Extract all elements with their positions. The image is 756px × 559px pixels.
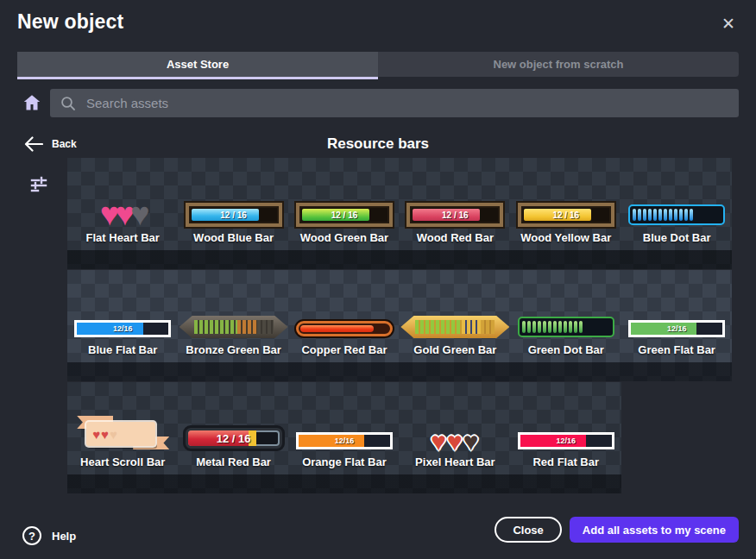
asset-name: Pixel Heart Bar	[415, 455, 495, 468]
asset-sprite: 12/16	[296, 403, 393, 453]
search-input[interactable]	[85, 95, 739, 111]
asset-card-blue-flat-bar[interactable]: 12/16Blue Flat Bar	[67, 270, 178, 362]
asset-name: Gold Green Bar	[413, 343, 496, 356]
help-label: Help	[52, 530, 76, 543]
asset-name: Wood Blue Bar	[193, 231, 274, 244]
asset-card-blue-dot-bar[interactable]: Blue Dot Bar	[621, 158, 732, 250]
asset-card-green-flat-bar[interactable]: 12/16Green Flat Bar	[621, 270, 732, 362]
search-bar	[50, 89, 739, 117]
section-title: Resource bars	[0, 135, 756, 153]
asset-card-bronze-green-bar[interactable]: Bronze Green Bar	[178, 270, 288, 362]
asset-sprite	[180, 291, 288, 341]
help-button[interactable]: ? Help	[22, 526, 76, 545]
tab-asset-store[interactable]: Asset Store	[17, 52, 378, 77]
asset-card-wood-blue-bar[interactable]: 12 / 16Wood Blue Bar	[178, 158, 288, 250]
asset-grid: ♥♥♥Flat Heart Bar12 / 16Wood Blue Bar12 …	[67, 158, 732, 493]
asset-row: ♥♥♥Flat Heart Bar12 / 16Wood Blue Bar12 …	[67, 158, 732, 269]
asset-row: 12/16Blue Flat BarBronze Green BarCopper…	[67, 270, 732, 381]
asset-card-green-dot-bar[interactable]: Green Dot Bar	[511, 270, 621, 362]
asset-card-red-flat-bar[interactable]: 12/16Red Flat Bar	[511, 382, 621, 474]
add-all-button[interactable]: Add all assets to my scene	[570, 517, 739, 543]
asset-sprite	[628, 179, 725, 229]
home-icon[interactable]	[21, 92, 43, 115]
asset-sprite: 12 / 16	[406, 179, 503, 229]
band-shadow-strip	[67, 250, 732, 269]
asset-card-flat-heart-bar[interactable]: ♥♥♥Flat Heart Bar	[67, 158, 178, 250]
search-icon	[60, 96, 76, 111]
asset-name: Wood Green Bar	[300, 231, 388, 244]
asset-sprite: 12/16	[518, 403, 614, 453]
asset-sprite	[518, 291, 614, 341]
tab-new-object-from-scratch[interactable]: New object from scratch	[378, 52, 739, 77]
asset-row: ♥♥♥Heart Scroll Bar12 / 16Metal Red Bar1…	[67, 382, 621, 493]
asset-name: Blue Dot Bar	[643, 231, 711, 244]
asset-sprite: ♥♥♥	[431, 403, 479, 453]
close-icon[interactable]: ✕	[716, 12, 740, 36]
asset-sprite: 12 / 16	[186, 179, 282, 229]
help-icon: ?	[22, 526, 41, 545]
close-button[interactable]: Close	[495, 517, 561, 543]
asset-name: Blue Flat Bar	[88, 343, 157, 356]
asset-sprite: ♥♥♥	[100, 179, 146, 229]
asset-name: Wood Red Bar	[417, 231, 494, 244]
filter-icon[interactable]	[27, 173, 51, 198]
band-shadow-strip	[67, 362, 732, 381]
asset-sprite: ♥♥♥	[79, 403, 166, 453]
asset-name: Green Flat Bar	[638, 343, 715, 356]
asset-card-pixel-heart-bar[interactable]: ♥♥♥Pixel Heart Bar	[400, 382, 510, 474]
asset-sprite	[400, 291, 509, 341]
asset-sprite: 12 / 16	[518, 179, 614, 229]
asset-card-wood-yellow-bar[interactable]: 12 / 16Wood Yellow Bar	[511, 158, 621, 250]
asset-name: Green Dot Bar	[528, 343, 604, 356]
asset-name: Red Flat Bar	[532, 455, 599, 468]
asset-name: Orange Flat Bar	[302, 455, 387, 468]
asset-name: Heart Scroll Bar	[80, 455, 165, 468]
asset-sprite: 12/16	[628, 291, 725, 341]
asset-card-orange-flat-bar[interactable]: 12/16Orange Flat Bar	[289, 382, 400, 474]
tab-bar: Asset Store New object from scratch	[17, 52, 739, 77]
asset-card-wood-red-bar[interactable]: 12 / 16Wood Red Bar	[400, 158, 510, 250]
footer-actions: Close Add all assets to my scene	[495, 517, 739, 543]
asset-name: Metal Red Bar	[196, 455, 271, 468]
asset-name: Copper Red Bar	[301, 343, 387, 356]
asset-sprite: 12 / 16	[296, 179, 393, 229]
band-shadow-strip	[67, 474, 621, 493]
asset-card-metal-red-bar[interactable]: 12 / 16Metal Red Bar	[178, 382, 288, 474]
dialog-title: New object	[17, 10, 123, 34]
asset-card-wood-green-bar[interactable]: 12 / 16Wood Green Bar	[289, 158, 400, 250]
asset-sprite: 12/16	[74, 291, 171, 341]
asset-sprite	[296, 291, 393, 341]
asset-name: Flat Heart Bar	[86, 231, 160, 244]
asset-name: Wood Yellow Bar	[520, 231, 611, 244]
asset-card-heart-scroll-bar[interactable]: ♥♥♥Heart Scroll Bar	[67, 382, 178, 474]
asset-card-copper-red-bar[interactable]: Copper Red Bar	[289, 270, 400, 362]
asset-sprite: 12 / 16	[183, 403, 285, 453]
asset-name: Bronze Green Bar	[186, 343, 281, 356]
asset-card-gold-green-bar[interactable]: Gold Green Bar	[400, 270, 510, 362]
